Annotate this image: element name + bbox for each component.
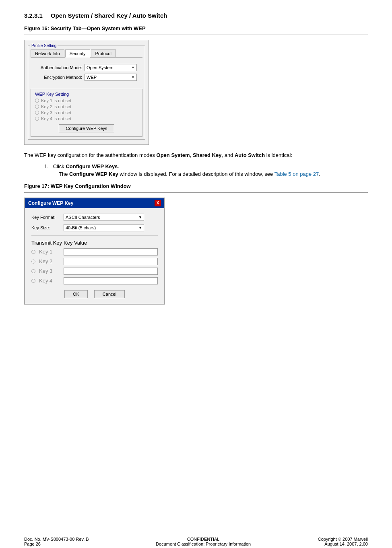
- key2-radio[interactable]: [35, 105, 39, 109]
- body-text-2: is identical:: [265, 152, 292, 158]
- step-bold-configure: Configure WEP Keys: [66, 163, 118, 169]
- wep-key3-label: Key 3: [39, 268, 52, 274]
- key3-label: Key 3 is not set: [41, 110, 71, 115]
- step-desc-text: window is displayed. For a detailed desc…: [118, 171, 274, 177]
- wep-key4-input[interactable]: [64, 277, 158, 284]
- key4-label: Key 4 is not set: [41, 116, 71, 121]
- wep-key3-row: Key 3: [31, 268, 158, 275]
- wep-config-title: Configure WEP Key: [28, 200, 73, 206]
- cancel-button[interactable]: Cancel: [94, 290, 125, 298]
- footer-confidential: CONFIDENTIAL: [156, 537, 251, 542]
- wep-key3-input[interactable]: [64, 268, 158, 275]
- key-size-dropdown[interactable]: 40-Bit (5 chars) ▼: [64, 224, 144, 231]
- key-size-value: 40-Bit (5 chars): [66, 225, 96, 230]
- wep-key4-row: Key 4: [31, 277, 158, 284]
- wep-config-divider: [31, 235, 158, 236]
- footer-page: Page 26: [24, 542, 89, 546]
- key-format-dropdown[interactable]: ASCII Characters ▼: [64, 214, 144, 221]
- section-number: 3.2.3.1: [24, 12, 43, 19]
- wep-btn-row: OK Cancel: [31, 290, 158, 298]
- auth-dropdown[interactable]: Open System ▼: [85, 64, 137, 71]
- wep-key4-label: Key 4: [39, 278, 52, 284]
- body-text-1: The WEP key configuration for the authen…: [24, 152, 157, 158]
- body-comma1: ,: [190, 152, 193, 158]
- key4-radio[interactable]: [35, 117, 39, 121]
- key3-radio[interactable]: [35, 111, 39, 115]
- wep-key4-radio[interactable]: [31, 279, 35, 283]
- body-paragraph: The WEP key configuration for the authen…: [24, 151, 368, 159]
- section-title: Open System / Shared Key / Auto Switch: [51, 12, 167, 19]
- bold-shared-key: Shared Key: [193, 152, 222, 158]
- wep-config-window: Configure WEP Key X Key Format: ASCII Ch…: [24, 198, 165, 305]
- wep-key1-row: Key 1: [31, 248, 158, 255]
- enc-dropdown[interactable]: WEP ▼: [85, 74, 137, 81]
- key-format-row: Key Format: ASCII Characters ▼: [31, 214, 158, 221]
- step-number: 1.: [44, 163, 53, 169]
- key-size-label: Key Size:: [31, 225, 64, 230]
- table5-link[interactable]: Table 5 on page 27: [274, 171, 319, 177]
- key-size-row: Key Size: 40-Bit (5 chars) ▼: [31, 224, 158, 231]
- key2-label: Key 2 is not set: [41, 104, 71, 109]
- figure16-title: Figure 16: Security Tab—Open System with…: [24, 25, 368, 31]
- profile-frame-title: Profile Setting: [30, 43, 58, 48]
- key2-row: Key 2 is not set: [35, 104, 138, 109]
- tab-bar: Network Info Security Protocol: [31, 49, 142, 58]
- step-1: 1. Click Configure WEP Keys. The Configu…: [44, 163, 368, 178]
- wep-config-body: Key Format: ASCII Characters ▼ Key Size:…: [25, 208, 164, 304]
- wep-key1-label: Key 1: [39, 249, 52, 255]
- key1-row: Key 1 is not set: [35, 98, 138, 103]
- enc-row: Encryption Method: WEP ▼: [34, 74, 139, 81]
- key1-label: Key 1 is not set: [41, 98, 71, 103]
- key-size-arrow: ▼: [138, 226, 142, 230]
- figure17-divider: [24, 192, 368, 193]
- footer-left: Doc. No. MV-S800473-00 Rev. B Page 26: [24, 537, 89, 546]
- wep-key1-radio[interactable]: [31, 250, 35, 254]
- profile-window: Profile Setting Network Info Security Pr…: [24, 40, 149, 145]
- wep-key2-radio-col: Key 2: [31, 258, 64, 264]
- wep-key2-label: Key 2: [39, 258, 52, 264]
- wep-key1-value-col: [64, 248, 158, 255]
- wep-key3-value-col: [64, 268, 158, 275]
- titlebar-close-button[interactable]: X: [155, 200, 161, 206]
- wep-key1-input[interactable]: [64, 248, 158, 255]
- footer-date: August 14, 2007, 2.00: [318, 542, 368, 546]
- step-click: Click: [53, 163, 66, 169]
- wep-key4-radio-col: Key 4: [31, 278, 64, 284]
- wep-key-title: WEP Key Setting: [35, 92, 138, 97]
- footer-copyright: Copyright © 2007 Marvell: [318, 537, 368, 542]
- footer-center: CONFIDENTIAL Document Classification: Pr…: [156, 537, 251, 546]
- configure-wep-keys-button[interactable]: Configure WEP Keys: [59, 124, 114, 132]
- key-format-arrow: ▼: [138, 215, 142, 219]
- auth-label: Authentication Mode:: [34, 65, 82, 70]
- wep-key3-radio[interactable]: [31, 269, 35, 273]
- figure17-title: Figure 17: WEP Key Configuration Window: [24, 183, 368, 189]
- key4-row: Key 4 is not set: [35, 116, 138, 121]
- page-footer: Doc. No. MV-S800473-00 Rev. B Page 26 CO…: [0, 535, 392, 548]
- auth-row: Authentication Mode: Open System ▼: [34, 64, 139, 71]
- wep-config-titlebar: Configure WEP Key X: [25, 198, 164, 208]
- footer-right: Copyright © 2007 Marvell August 14, 2007…: [318, 537, 368, 546]
- step-desc-the: The: [59, 171, 69, 177]
- tab-security[interactable]: Security: [65, 49, 90, 58]
- wep-key2-value-col: [64, 258, 158, 265]
- tab-network-info[interactable]: Network Info: [31, 49, 64, 57]
- key1-radio[interactable]: [35, 99, 39, 103]
- bold-auto-switch: Auto Switch: [235, 152, 265, 158]
- page-content: 3.2.3.1 Open System / Shared Key / Auto …: [0, 0, 392, 319]
- auth-enc-section: Authentication Mode: Open System ▼ Encry…: [31, 62, 142, 86]
- wep-key3-radio-col: Key 3: [31, 268, 64, 274]
- tab-protocol[interactable]: Protocol: [91, 49, 116, 57]
- step-desc-bold: Configure WEP Key: [69, 171, 118, 177]
- wep-key4-value-col: [64, 277, 158, 284]
- step-period: .: [118, 163, 120, 169]
- wep-key1-radio-col: Key 1: [31, 249, 64, 255]
- key-table-header: Transmit Key Key Value: [31, 240, 158, 246]
- footer-doc-no: Doc. No. MV-S800473-00 Rev. B: [24, 537, 89, 542]
- step-description: The Configure WEP Key window is displaye…: [59, 170, 368, 178]
- auth-dropdown-arrow: ▼: [131, 66, 135, 70]
- ok-button[interactable]: OK: [64, 290, 88, 298]
- wep-key2-row: Key 2: [31, 258, 158, 265]
- bold-open-system: Open System: [157, 152, 190, 158]
- wep-key2-radio[interactable]: [31, 260, 35, 264]
- wep-key2-input[interactable]: [64, 258, 158, 265]
